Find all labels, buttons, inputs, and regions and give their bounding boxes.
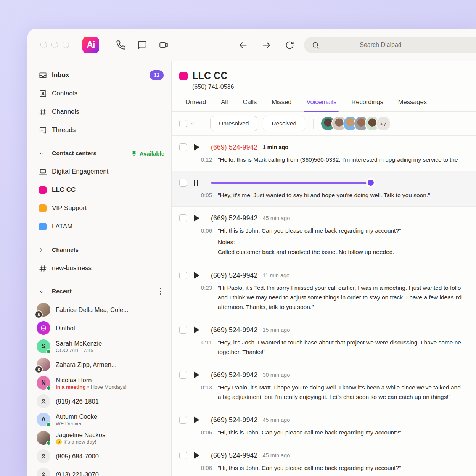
voicemail-transcript: "Hi, this is John. Can you please call m… <box>218 428 401 437</box>
voicemail-row[interactable]: (669) 524-994245 min ago0:06"Hi, this is… <box>172 207 476 264</box>
sidebar-item-llc-cc[interactable]: LLC CC <box>27 181 171 199</box>
tab-messages[interactable]: Messages <box>398 98 427 111</box>
recent-item-status: 🙂 It's a new day! <box>56 439 164 445</box>
voicemail-checkbox[interactable] <box>179 214 187 222</box>
section-title: Recent <box>52 288 157 295</box>
voicemail-checkbox[interactable] <box>179 272 187 279</box>
voicemail-row[interactable]: (669) 524-994230 min ago0:13"Hey Paolo, … <box>172 363 476 408</box>
voicemail-timestamp: 45 min ago <box>262 452 290 458</box>
voicemail-checkbox[interactable] <box>179 179 187 187</box>
recent-item-805-684-7000[interactable]: (805) 684-7000 <box>27 447 171 465</box>
video-icon[interactable] <box>158 40 169 50</box>
recent-item-sarah-mckenzie[interactable]: SSarah McKenzieOOO 7/11 - 7/15 <box>27 337 171 355</box>
recent-item-autumn-cooke[interactable]: AAutumn CookeWF Denver <box>27 410 171 429</box>
caller-number[interactable]: (669) 524-9942 <box>211 214 257 222</box>
caller-number[interactable]: (669) 524-9942 <box>211 326 257 334</box>
tab-recordings[interactable]: Recordings <box>351 98 383 111</box>
inbox-icon <box>38 71 47 80</box>
voicemail-list: (669) 524-99421 min ago0:12"Hello, this … <box>172 135 476 476</box>
caller-number[interactable]: (669) 524-9942 <box>211 416 257 424</box>
sidebar-item-new-business[interactable]: new-business <box>27 259 171 277</box>
window-control-dot[interactable] <box>51 42 58 48</box>
voicemail-row[interactable]: (669) 524-99421 min ago0:12"Hello, this … <box>172 136 476 171</box>
select-all-checkbox[interactable] <box>179 120 187 127</box>
search-input[interactable]: Search Dialpad <box>304 37 476 53</box>
forward-arrow-icon[interactable] <box>261 40 272 50</box>
recent-item-fabrice-della-mea-cole[interactable]: 8Fabrice Della Mea, Cole... <box>27 301 171 319</box>
voicemail-checkbox[interactable] <box>179 416 187 424</box>
caller-number[interactable]: (669) 524-9942 <box>211 371 257 379</box>
play-button[interactable] <box>194 215 201 222</box>
agent-avatars[interactable]: +7 <box>320 116 391 131</box>
pause-button[interactable] <box>194 180 201 186</box>
voicemail-transcript: together. Thanks!" <box>218 347 461 357</box>
play-button[interactable] <box>194 452 201 459</box>
play-button[interactable] <box>194 326 201 333</box>
voicemail-timestamp: 30 min ago <box>262 372 290 378</box>
avatar-overflow-count[interactable]: +7 <box>376 116 391 131</box>
sidebar-item-threads[interactable]: Threads <box>27 121 171 139</box>
voicemail-checkbox[interactable] <box>179 371 187 379</box>
caller-number[interactable]: (669) 524-9942 <box>211 272 257 280</box>
recent-item-zahara-zipp-armen[interactable]: 8Zahara Zipp, Armen... <box>27 355 171 374</box>
more-options-icon[interactable] <box>157 288 164 295</box>
notes-text: Called customer back and resolved the is… <box>218 247 401 257</box>
caller-number[interactable]: (669) 524-9942 <box>211 143 257 151</box>
window-controls[interactable] <box>40 42 69 48</box>
voicemail-checkbox[interactable] <box>179 326 187 334</box>
contact-center-phone: (650) 741-0536 <box>192 84 476 90</box>
presence-dot <box>46 349 51 354</box>
voicemail-transcript: "Hello, this is Mark calling from (360)5… <box>218 155 458 164</box>
voicemail-row[interactable]: (669) 524-994245 min ago0:06"Hi, this is… <box>172 444 476 476</box>
phone-icon[interactable] <box>116 40 126 50</box>
resolved-filter-button[interactable]: Resolved <box>263 116 305 131</box>
play-button[interactable] <box>194 416 201 423</box>
recent-item-nicolas-horn[interactable]: NNicolas HornIn a meeting•I love Mondays… <box>27 374 171 392</box>
back-arrow-icon[interactable] <box>238 40 248 50</box>
sidebar-item-latam[interactable]: LATAM <box>27 217 171 236</box>
voicemail-checkbox[interactable] <box>179 143 187 151</box>
tab-unread[interactable]: Unread <box>185 98 206 111</box>
sidebar-item-inbox[interactable]: Inbox12 <box>27 66 171 84</box>
playback-thumb[interactable] <box>368 180 374 186</box>
voicemail-transcript: "Hey, it's Josh. I wanted to touch base … <box>218 338 461 347</box>
section-contact-centers[interactable]: Contact centers Available <box>27 144 171 162</box>
tab-voicemails[interactable]: Voicemails <box>306 98 336 111</box>
window-control-dot[interactable] <box>63 42 69 48</box>
section-channels[interactable]: Channels <box>27 241 171 259</box>
refresh-icon[interactable] <box>285 40 295 50</box>
voicemail-checkbox[interactable] <box>179 452 187 459</box>
playback-progress-bar[interactable] <box>211 182 370 184</box>
recent-item-913-221-3070[interactable]: (913) 221-3070 <box>27 465 171 476</box>
sidebar-item-channels[interactable]: Channels <box>27 103 171 121</box>
search-placeholder: Search Dialpad <box>320 42 476 48</box>
recent-item-919-426-1801[interactable]: (919) 426-1801 <box>27 392 171 410</box>
chevron-down-icon[interactable] <box>38 288 44 294</box>
voicemail-row[interactable]: 0:05"Hey, it's me. Just wanted to say hi… <box>172 171 476 207</box>
caller-number[interactable]: (669) 524-9942 <box>211 452 257 460</box>
window-control-dot[interactable] <box>40 42 47 48</box>
voicemail-row[interactable]: (669) 524-994245 min ago0:06"Hi, this is… <box>172 408 476 444</box>
play-button[interactable] <box>194 144 201 151</box>
recent-item-jaqueline-nackos[interactable]: Jaqueline Nackos🙂 It's a new day! <box>27 429 171 447</box>
section-recent[interactable]: Recent <box>27 282 171 301</box>
play-button[interactable] <box>194 371 201 378</box>
voicemail-row[interactable]: (669) 524-994211 min ago0:23"Hi Paolo, i… <box>172 264 476 318</box>
chevron-right-icon[interactable] <box>38 247 44 253</box>
availability-status[interactable]: Available <box>131 150 164 157</box>
tab-all[interactable]: All <box>221 98 228 111</box>
sidebar-item-digital-engagement[interactable]: Digital Engagement <box>27 162 171 181</box>
chat-icon[interactable] <box>137 40 147 50</box>
page-title: LLC CC <box>192 70 228 81</box>
voicemail-duration: 0:06 <box>198 226 212 257</box>
chevron-down-icon[interactable] <box>190 121 195 126</box>
sidebar-item-contacts[interactable]: Contacts <box>27 84 171 103</box>
voicemail-row[interactable]: (669) 524-994215 min ago0:11"Hey, it's J… <box>172 318 476 363</box>
recent-item-dialbot[interactable]: Dialbot <box>27 319 171 337</box>
play-button[interactable] <box>194 272 201 279</box>
tab-calls[interactable]: Calls <box>243 98 257 111</box>
tab-missed[interactable]: Missed <box>272 98 291 111</box>
chevron-down-icon[interactable] <box>38 150 44 156</box>
sidebar-item-vip-support[interactable]: VIP Support <box>27 199 171 217</box>
unresolved-filter-button[interactable]: Unresolved <box>210 116 257 131</box>
